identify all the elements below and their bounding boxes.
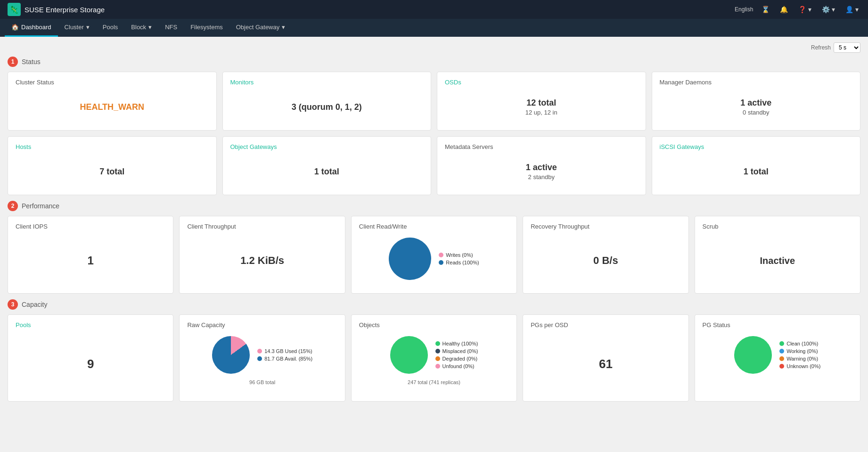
capacity-section-title: Capacity [22,301,47,308]
card-osds: OSDs 12 total 12 up, 12 in [437,72,646,131]
status-row-2: Hosts 7 total Object Gateways 1 total Me… [8,136,860,195]
card-hosts-value: 7 total [99,167,124,177]
used-label: 14.3 GB Used (15%) [264,348,312,354]
main-content: Refresh 5 s 10 s 30 s 60 s 1 Status Clus… [0,37,868,452]
bell-icon[interactable]: 🔔 [778,5,790,14]
card-hosts-title[interactable]: Hosts [16,143,209,150]
pg-status-pie [734,336,772,374]
status-section-title: Status [22,58,41,66]
card-client-iops: Client IOPS 1 [8,216,173,294]
writes-label: Writes (0%) [446,252,473,258]
card-pools: Pools 9 [8,314,173,402]
card-objects: Objects Healthy (100%) Misplaced (0%) De… [351,314,517,402]
card-iscsi-gateways-title[interactable]: iSCSI Gateways [660,143,853,150]
warning-dot [779,356,784,361]
misplaced-label: Misplaced (0%) [442,348,478,354]
user-icon[interactable]: 👤 ▾ [843,5,860,14]
card-raw-capacity-title: Raw Capacity [187,321,337,329]
brand-logo: 🦎 [8,3,21,16]
capacity-badge-3: 3 [8,299,18,310]
card-monitors-title[interactable]: Monitors [230,79,424,86]
card-recovery-throughput-title: Recovery Throughput [531,223,680,230]
card-manager-daemons-value: 1 active [740,98,771,108]
card-objects-title: Objects [359,321,509,329]
card-pools-title[interactable]: Pools [16,321,165,329]
svg-text:🦎: 🦎 [9,5,19,14]
legend-working: Working (0%) [779,348,820,354]
refresh-select[interactable]: 5 s 10 s 30 s 60 s [834,42,860,53]
language-label[interactable]: English [735,6,753,13]
legend-unfound: Unfound (0%) [435,363,478,369]
unfound-label: Unfound (0%) [442,363,475,369]
card-object-gateways-title[interactable]: Object Gateways [230,143,424,150]
card-manager-daemons-sub: 0 standby [743,109,769,116]
brand: 🦎 SUSE Enterprise Storage [8,3,105,16]
subnav-item-cluster[interactable]: Cluster ▾ [58,19,96,37]
avail-dot [257,356,262,361]
navbar: 🦎 SUSE Enterprise Storage English ⌛ 🔔 ❓ … [0,0,868,19]
legend-item-reads: Reads (100%) [439,260,479,265]
subnav-item-object-gateway[interactable]: Object Gateway ▾ [229,19,292,37]
raw-capacity-total-label: 96 GB total [187,379,337,385]
objects-pie [390,336,428,374]
card-manager-daemons-title: Manager Daemons [660,79,853,86]
pg-status-chart: Clean (100%) Working (0%) Warning (0%) U… [703,333,852,377]
subnav-item-filesystems[interactable]: Filesystems [184,19,229,37]
card-pgs-per-osd-value: 61 [599,357,613,371]
pg-status-legend: Clean (100%) Working (0%) Warning (0%) U… [779,341,820,369]
healthy-dot [435,341,440,346]
legend-warning: Warning (0%) [779,356,820,362]
card-iscsi-gateways: iSCSI Gateways 1 total [652,136,861,195]
question-icon[interactable]: ❓ ▾ [796,5,813,14]
used-dot [257,349,262,353]
card-pg-status: PG Status Clean (100%) Working (0%) Warn… [695,314,860,402]
cluster-dropdown-icon: ▾ [86,24,90,31]
card-osds-title[interactable]: OSDs [445,79,638,86]
unknown-dot [779,364,784,369]
legend-misplaced: Misplaced (0%) [435,348,478,354]
card-recovery-throughput-value: 0 B/s [593,255,618,267]
working-dot [779,349,784,353]
object-gateway-dropdown-icon: ▾ [282,24,285,31]
card-metadata-servers-sub: 2 standby [528,173,555,181]
subnav-item-block[interactable]: Block ▾ [124,19,158,37]
degraded-label: Degraded (0%) [442,356,478,362]
objects-chart: Healthy (100%) Misplaced (0%) Degraded (… [359,333,509,377]
card-object-gateways: Object Gateways 1 total [222,136,432,195]
card-client-iops-title: Client IOPS [16,223,165,230]
reads-label: Reads (100%) [446,260,479,265]
performance-row: Client IOPS 1 Client Throughput 1.2 KiB/… [8,216,860,294]
objects-total-label: 247 total (741 replicas) [359,379,509,385]
client-readwrite-legend: Writes (0%) Reads (100%) [439,252,479,265]
status-row-1: Cluster Status HEALTH_WARN Monitors 3 (q… [8,72,860,131]
warning-label: Warning (0%) [786,356,818,362]
card-pools-value: 9 [87,357,94,371]
unfound-dot [435,364,440,369]
card-client-throughput-value: 1.2 KiB/s [240,255,284,267]
objects-legend: Healthy (100%) Misplaced (0%) Degraded (… [435,341,478,369]
legend-avail: 81.7 GB Avail. (85%) [257,356,312,362]
legend-clean: Clean (100%) [779,341,820,346]
degraded-dot [435,356,440,361]
subnav-item-nfs[interactable]: NFS [158,19,184,37]
card-pgs-per-osd-title: PGs per OSD [531,321,680,329]
subnav-item-dashboard[interactable]: 🏠 Dashboard [5,19,58,37]
card-client-throughput-title: Client Throughput [187,223,337,230]
clean-label: Clean (100%) [786,341,818,346]
legend-degraded: Degraded (0%) [435,356,478,362]
card-osds-value: 12 total [526,98,556,108]
status-section-header: 1 Status [8,57,860,67]
subnav-item-pools[interactable]: Pools [96,19,125,37]
card-client-readwrite: Client Read/Write Writes (0%) Reads (100… [351,216,517,294]
raw-capacity-pie [212,336,250,374]
clean-dot [779,341,784,346]
hourglass-icon[interactable]: ⌛ [760,5,771,14]
avail-label: 81.7 GB Avail. (85%) [264,356,312,362]
card-scrub: Scrub Inactive [695,216,860,294]
capacity-section-header: 3 Capacity [8,299,860,310]
card-hosts: Hosts 7 total [8,136,217,195]
unknown-label: Unknown (0%) [786,363,820,369]
gear-icon[interactable]: ⚙️ ▾ [820,5,837,14]
card-iscsi-gateways-value: 1 total [744,167,769,177]
card-scrub-title: Scrub [703,223,852,230]
